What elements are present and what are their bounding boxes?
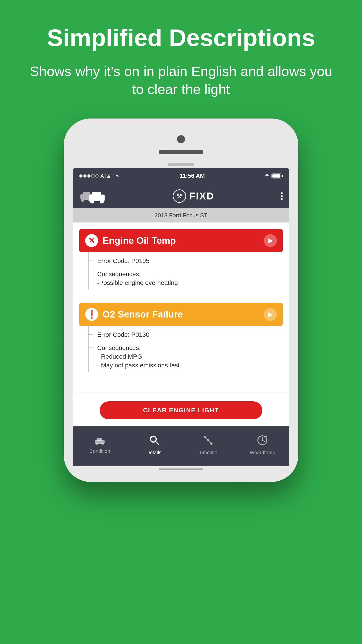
svg-point-6 [90, 200, 94, 204]
status-left: AT&T ∿ [79, 173, 120, 179]
battery-icon [272, 174, 283, 178]
phone-camera [177, 135, 185, 143]
logo-text: FIXD [189, 190, 214, 202]
signal-dots [79, 174, 98, 178]
app-header: ⚒ FIXD [73, 184, 289, 208]
content-area: ✕ Engine Oil Temp ▶ Error Code: P0195 [73, 222, 289, 390]
signal-dot-1 [79, 174, 82, 178]
vehicle-name: 2013 Ford Focus ST [155, 212, 208, 219]
svg-point-7 [100, 200, 104, 204]
carrier-text: AT&T [100, 173, 114, 179]
wear-items-clock-icon [257, 435, 268, 448]
nav-label-timeline: Timeline [199, 450, 217, 456]
error-code-text: Error Code: P0195 [97, 258, 149, 264]
error-code-text-o2: Error Code: P0130 [97, 331, 149, 338]
consequences-item: Consequences: -Possible engine overheati… [93, 270, 276, 287]
svg-line-17 [205, 437, 208, 440]
phone-screen: AT&T ∿ 11:56 AM ☂ [73, 168, 289, 466]
svg-rect-1 [83, 192, 90, 195]
phone-bottom-space [73, 468, 289, 482]
diag-title-engine-oil: Engine Oil Temp [103, 235, 259, 246]
page-header: Simplified Descriptions Shows why it’s o… [24, 24, 338, 98]
diag-title-o2: O2 Sensor Failure [103, 309, 259, 320]
signal-dot-2 [83, 174, 86, 178]
vehicle-name-bar: 2013 Ford Focus ST [73, 208, 289, 222]
bottom-nav: Condition Details [73, 426, 289, 466]
logo-circle: ⚒ [173, 190, 186, 203]
wrench-icon: ⚒ [177, 192, 182, 200]
car-icons [79, 188, 106, 204]
nav-item-wear-items[interactable]: Wear Items [235, 426, 290, 466]
svg-line-13 [156, 442, 159, 444]
arrow-icon: ▶ [268, 237, 273, 244]
clear-section: CLEAR ENGINE LIGHT [73, 395, 289, 426]
diag-arrow-o2[interactable]: ▶ [264, 308, 277, 321]
x-icon: ✕ [88, 236, 95, 245]
nav-item-condition[interactable]: Condition [73, 426, 127, 466]
battery-tip [282, 175, 283, 177]
status-time: 11:56 AM [179, 172, 205, 179]
signal-dot-4 [91, 174, 94, 178]
phone-speaker [159, 150, 203, 154]
diag-details-engine-oil: Error Code: P0195 Consequences: -Possibl… [79, 252, 283, 296]
home-indicator [159, 468, 203, 470]
phone-frame: AT&T ∿ 11:56 AM ☂ [64, 118, 298, 482]
condition-car-icon [94, 436, 105, 446]
nav-label-condition: Condition [89, 448, 110, 454]
bluetooth-icon: ☂ [265, 173, 269, 179]
page-subtitle: Shows why it’s on in plain English and a… [24, 62, 338, 98]
menu-dot [281, 198, 283, 200]
warning-icon: ❗ [85, 308, 98, 321]
status-right: ☂ [265, 173, 283, 179]
error-code-item: Error Code: P0195 [93, 256, 276, 265]
svg-line-21 [262, 440, 265, 442]
details-search-icon [148, 435, 160, 448]
battery-fill [272, 174, 281, 178]
svg-rect-9 [96, 438, 102, 441]
nav-label-wear-items: Wear Items [250, 450, 275, 456]
nav-item-timeline[interactable]: Timeline [181, 426, 235, 466]
diag-arrow[interactable]: ▶ [264, 234, 277, 247]
clear-engine-light-button[interactable]: CLEAR ENGINE LIGHT [100, 402, 262, 419]
vehicles-icon [79, 188, 106, 204]
consequences-text: Consequences: -Possible engine overheati… [97, 270, 178, 286]
signal-dot-3 [87, 174, 90, 178]
diag-card-o2-sensor[interactable]: ❗ O2 Sensor Failure ▶ Error Code: P0130 [79, 303, 283, 379]
error-code-item-o2: Error Code: P0130 [93, 330, 276, 339]
svg-line-18 [208, 440, 211, 444]
arrow-icon: ▶ [268, 310, 273, 318]
menu-button[interactable] [281, 192, 283, 200]
app-logo: ⚒ FIXD [173, 190, 214, 203]
svg-point-2 [81, 198, 84, 202]
consequences-text-o2: Consequences: - Reduced MPG - May not pa… [97, 344, 180, 369]
diag-details-o2: Error Code: P0130 Consequences: - Reduce… [79, 326, 283, 379]
timeline-icon [202, 435, 214, 448]
phone-top [73, 128, 289, 159]
diag-header-yellow[interactable]: ❗ O2 Sensor Failure ▶ [79, 303, 283, 326]
diag-header-red[interactable]: ✕ Engine Oil Temp ▶ [79, 229, 283, 252]
exclamation-icon: ❗ [87, 310, 97, 318]
nav-item-details[interactable]: Details [127, 426, 181, 466]
error-icon: ✕ [85, 234, 98, 247]
page-title: Simplified Descriptions [24, 24, 338, 51]
battery-body [272, 174, 281, 178]
menu-dot [281, 195, 283, 197]
phone-button-top [168, 163, 194, 166]
consequences-item-o2: Consequences: - Reduced MPG - May not pa… [93, 344, 276, 370]
wifi-icon: ∿ [115, 173, 120, 179]
svg-rect-5 [92, 192, 101, 196]
diag-card-engine-oil-temp[interactable]: ✕ Engine Oil Temp ▶ Error Code: P0195 [79, 229, 283, 296]
signal-dot-5 [95, 174, 98, 178]
nav-label-details: Details [146, 450, 161, 456]
status-bar: AT&T ∿ 11:56 AM ☂ [73, 168, 289, 184]
separator [73, 392, 289, 392]
menu-dot [281, 192, 283, 194]
